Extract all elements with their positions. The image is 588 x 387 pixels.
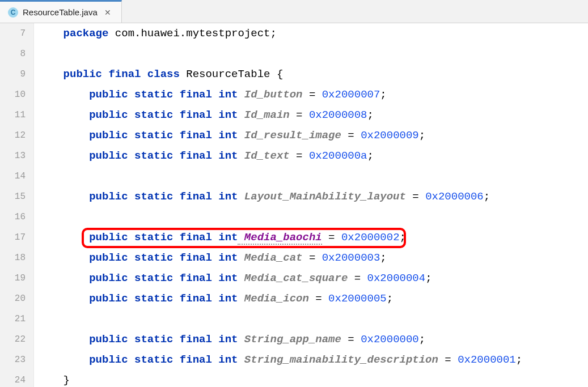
code-editor[interactable]: 7 8 9 10 11 12 13 14 15 16 17 18 19 20 2… [0, 23, 588, 387]
code-line-11: public static final int Id_main = 0x2000… [37, 105, 588, 125]
tab-filename: ResourceTable.java [23, 7, 98, 17]
code-line-10: public static final int Id_button = 0x20… [37, 84, 588, 105]
close-icon[interactable]: ✕ [102, 7, 113, 18]
code-line-24: } [37, 370, 588, 387]
tab-bar: C ResourceTable.java ✕ [0, 0, 588, 23]
java-class-icon: C [8, 7, 18, 18]
code-line-21 [37, 309, 588, 329]
code-line-9: public final class ResourceTable { [37, 64, 588, 84]
code-line-7: package com.huawei.mytestproject; [37, 23, 588, 44]
tab-resourcetable[interactable]: C ResourceTable.java ✕ [0, 0, 122, 23]
code-line-13: public static final int Id_text = 0x2000… [37, 146, 588, 166]
code-area[interactable]: package com.huawei.mytestproject; public… [34, 23, 588, 387]
code-line-15: public static final int Layout_MainAbili… [37, 186, 588, 207]
code-line-18: public static final int Media_cat = 0x20… [37, 248, 588, 268]
code-line-8 [37, 44, 588, 64]
code-line-20: public static final int Media_icon = 0x2… [37, 288, 588, 309]
line-number-gutter: 7 8 9 10 11 12 13 14 15 16 17 18 19 20 2… [0, 23, 34, 387]
code-line-22: public static final int String_app_name … [37, 329, 588, 350]
code-line-12: public static final int Id_result_image … [37, 125, 588, 146]
code-line-16 [37, 207, 588, 227]
code-line-17: public static final int Media_baochi = 0… [37, 227, 588, 248]
code-line-23: public static final int String_mainabili… [37, 350, 588, 370]
code-line-14 [37, 166, 588, 186]
code-line-19: public static final int Media_cat_square… [37, 268, 588, 288]
